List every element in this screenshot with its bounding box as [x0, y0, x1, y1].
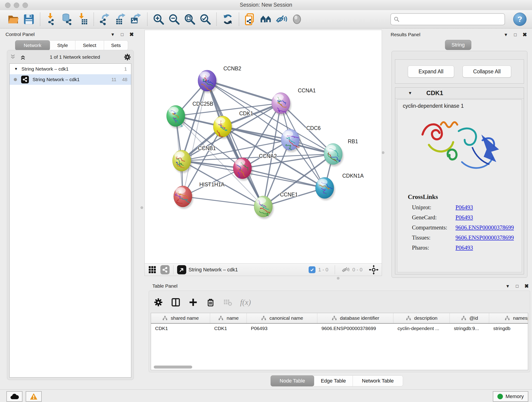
birds-eye-view-icon[interactable] [148, 265, 157, 274]
network-row[interactable]: String Network – cdk1 11 48 [10, 74, 131, 85]
toolbar-separator [94, 13, 94, 26]
tab-string[interactable]: String [445, 40, 471, 50]
tab-edge-table[interactable]: Edge Table [314, 375, 353, 386]
delete-table-icon[interactable] [223, 298, 232, 307]
expand-all-icon[interactable] [19, 54, 26, 61]
network-node-HIST1H1A[interactable]: HIST1H1A [174, 182, 225, 209]
hidden-eye-icon[interactable] [341, 266, 350, 274]
string-protein-query-icon[interactable] [243, 12, 257, 26]
zoom-fit-icon[interactable] [183, 12, 196, 26]
splitter-handle[interactable] [382, 151, 385, 154]
crosslink-compartments[interactable]: 9606.ENSP00000378699 [456, 224, 514, 231]
splitter-handle[interactable] [140, 206, 143, 209]
delete-column-icon[interactable] [206, 298, 215, 307]
title-bar: Session: New Session [0, 0, 532, 10]
export-table-icon[interactable] [114, 12, 127, 26]
string-home-icon[interactable] [259, 12, 273, 26]
save-session-icon[interactable] [22, 12, 36, 26]
network-node-CCNA1[interactable]: CCNA1 [272, 88, 316, 115]
zoom-in-icon[interactable] [152, 12, 165, 26]
column-tree-icon [162, 315, 168, 321]
apply-function-icon[interactable]: f(x) [240, 298, 251, 307]
crosslink-tissues[interactable]: 9606.ENSP00000378699 [456, 235, 514, 241]
control-panel-tabs: Network Style Select Sets [15, 40, 128, 50]
warning-status-button[interactable] [26, 391, 42, 402]
tab-style[interactable]: Style [50, 40, 75, 51]
collapse-panel-icon[interactable]: ▼ [504, 32, 508, 37]
float-panel-icon[interactable]: □ [514, 32, 516, 37]
add-column-icon[interactable] [188, 298, 198, 307]
crosslink-uniprot[interactable]: P06493 [456, 204, 473, 211]
close-panel-icon[interactable]: ✖ [129, 32, 134, 37]
splitter-handle[interactable] [337, 277, 340, 280]
table-body: CDK1CDK1P064939606.ENSP00000378699cyclin… [151, 324, 528, 333]
string-glass-ball-icon[interactable] [290, 12, 304, 26]
control-panel-title: Control Panel [6, 32, 35, 37]
show-columns-icon[interactable] [171, 298, 181, 307]
collection-caret-icon[interactable]: ▼ [14, 67, 18, 71]
gene-description: cyclin-dependent kinase 1 [403, 103, 522, 109]
search-input[interactable] [390, 13, 505, 25]
export-image-icon[interactable] [129, 12, 143, 26]
column-header-database-identifier[interactable]: database identifier [317, 313, 393, 323]
import-network-database-icon[interactable] [60, 12, 74, 26]
node-label-CDC6: CDC6 [306, 125, 321, 131]
network-node-CDKN1A[interactable]: CDKN1A [316, 173, 364, 200]
crosslink-pharos[interactable]: P06493 [456, 245, 473, 251]
section-caret-icon[interactable]: ▼ [408, 91, 412, 96]
zoom-out-icon[interactable] [167, 12, 181, 26]
apply-layout-icon[interactable] [221, 12, 234, 26]
import-table-file-icon[interactable] [76, 12, 89, 26]
column-tree-icon [218, 315, 224, 321]
tab-node-table[interactable]: Node Table [271, 375, 314, 386]
close-panel-icon[interactable]: ✖ [525, 283, 529, 289]
memory-button[interactable]: Memory [493, 391, 528, 402]
horizontal-scrollbar[interactable] [154, 366, 192, 369]
crosslink-genecard[interactable]: P06493 [456, 214, 473, 221]
collapse-panel-icon[interactable]: ▼ [505, 284, 510, 288]
network-canvas[interactable]: CCNB2CCNA1CDC25BCDK1CDC6RB1CCNB1CCNA2CDK… [145, 30, 382, 263]
column-header--id[interactable]: @id [450, 313, 489, 323]
column-header-canonical-name[interactable]: canonical name [247, 313, 317, 323]
open-session-icon[interactable] [6, 12, 20, 26]
collapse-panel-icon[interactable]: ▼ [110, 32, 115, 37]
string-flash-eye-icon[interactable] [274, 12, 288, 26]
float-panel-icon[interactable]: □ [121, 32, 123, 37]
tab-sets[interactable]: Sets [104, 40, 128, 51]
tab-select[interactable]: Select [75, 40, 104, 51]
network-options-gear-icon[interactable] [123, 53, 131, 61]
column-header-name[interactable]: name [210, 313, 247, 323]
help-button[interactable]: ? [513, 13, 526, 26]
tab-network[interactable]: Network [15, 40, 50, 51]
selected-checkbox-icon[interactable] [309, 266, 316, 273]
table-row[interactable]: CDK1CDK1P064939606.ENSP00000378699cyclin… [151, 324, 528, 333]
collection-count: 1 [124, 66, 127, 72]
column-header-namespace[interactable]: namespace [489, 313, 528, 323]
close-panel-icon[interactable]: ✖ [523, 32, 527, 37]
export-network-icon[interactable] [98, 12, 112, 26]
network-node-RB1[interactable]: RB1 [324, 138, 358, 166]
column-header-description[interactable]: description [393, 313, 450, 323]
expand-all-button[interactable]: Expand All [408, 65, 454, 77]
table-cell: 9606.ENSP00000378699 [317, 326, 393, 331]
open-in-new-window-icon[interactable] [177, 265, 186, 274]
import-network-file-icon[interactable] [44, 12, 58, 26]
tab-network-table[interactable]: Network Table [353, 375, 403, 386]
zoom-selected-icon[interactable] [198, 12, 212, 26]
network-status-dot [14, 78, 17, 81]
table-cell: stringdb [489, 326, 528, 331]
table-settings-gear-icon[interactable] [153, 298, 163, 307]
node-table[interactable]: shared namenamecanonical namedatabase id… [151, 313, 528, 370]
float-panel-icon[interactable]: □ [516, 284, 518, 288]
collapse-all-icon[interactable] [9, 54, 16, 61]
table-panel: Table Panel ▼ □ ✖ f(x) shared namenameca… [145, 280, 532, 390]
network-node-CCNE1[interactable]: CCNE1 [254, 191, 298, 219]
gene-section-header[interactable]: ▼ CDK1 [395, 88, 524, 99]
collapse-all-button[interactable]: Collapse All [462, 65, 511, 77]
string-style-icon[interactable] [160, 265, 170, 274]
cloud-status-button[interactable] [6, 391, 22, 402]
network-collection-row[interactable]: ▼ String Network – cdk1 1 [10, 64, 131, 74]
node-label-RB1: RB1 [348, 138, 358, 144]
selection-mode-crosshair-icon[interactable] [369, 265, 379, 274]
column-header-shared-name[interactable]: shared name [151, 313, 210, 323]
